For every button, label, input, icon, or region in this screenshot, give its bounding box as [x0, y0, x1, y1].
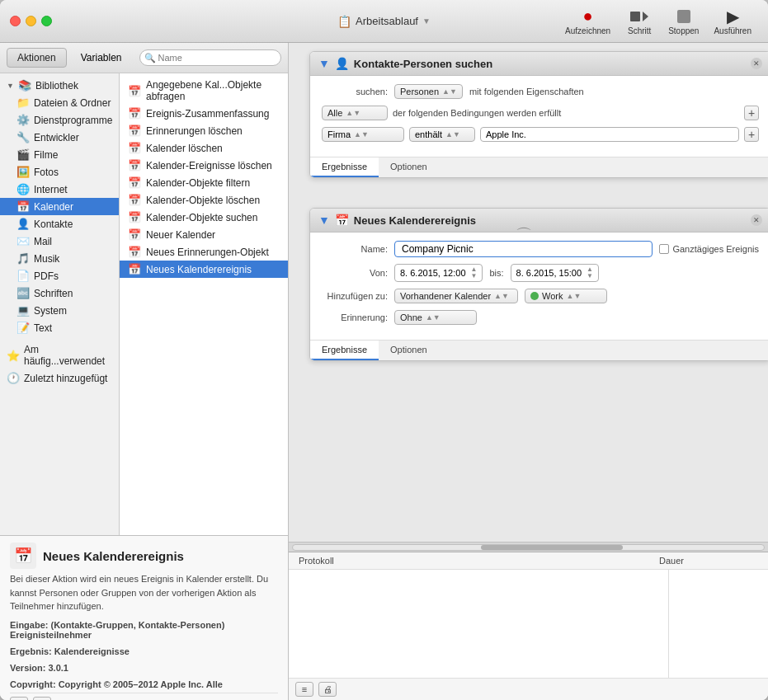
event-header-expand[interactable]: ▼ — [318, 214, 330, 227]
reminder-label: Erinnerung: — [322, 312, 388, 322]
contacts-header-expand[interactable]: ▼ — [318, 57, 330, 70]
folder-icon: 📁 — [16, 96, 30, 109]
action-calendar-icon: 📅 — [128, 124, 141, 137]
tree-item-haeufig[interactable]: ⭐ Am häufig...verwendet — [0, 341, 119, 369]
run-button[interactable]: ▶ Ausführen — [707, 4, 758, 39]
persons-select[interactable]: Personen ▲▼ — [394, 84, 463, 99]
tree-item-text[interactable]: 📝 Text — [0, 319, 119, 336]
event-card-close[interactable]: ✕ — [751, 214, 762, 226]
action-item[interactable]: 📅 Ereignis-Zusammenfassung — [120, 105, 288, 122]
font-icon: 🔤 — [16, 287, 30, 299]
field-chevron-icon: ▲▼ — [354, 130, 369, 139]
tab-options-event[interactable]: Optionen — [379, 341, 439, 360]
window-title: 📋 Arbeitsablauf ▼ — [337, 15, 431, 28]
scrollbar-thumb[interactable] — [481, 545, 622, 550]
library-icon: 📚 — [18, 79, 31, 92]
to-stepper-down[interactable]: ▼ — [587, 273, 593, 280]
calendar-type-value: Vorhandener Kalender — [400, 291, 491, 301]
action-calendar-icon: 📅 — [128, 246, 141, 258]
tree-item-filme[interactable]: 🎬 Filme — [0, 146, 119, 163]
titlebar: 📋 Arbeitsablauf ▼ ● Aufzeichnen Schritt — [0, 0, 768, 43]
protocol-btn-print[interactable]: 🖨 — [318, 682, 337, 697]
step-button[interactable]: Schritt — [619, 4, 660, 39]
tree-item-pdfs[interactable]: 📄 PDFs — [0, 267, 119, 284]
calendar-color-dot — [530, 292, 539, 300]
add-filter-button[interactable]: + — [744, 127, 759, 142]
action-item[interactable]: 📅 Kalender-Ereignisse löschen — [120, 157, 288, 174]
scrollbar-track[interactable] — [292, 544, 765, 551]
tree-item-mail[interactable]: ✉️ Mail — [0, 233, 119, 250]
to-stepper[interactable]: ▲ ▼ — [587, 266, 593, 280]
record-button[interactable]: ● Aufzeichnen — [558, 4, 617, 39]
library-tree: ▼ 📚 Bibliothek 📁 Dateien & Ordner ⚙️ Die… — [0, 73, 120, 535]
from-label: Von: — [322, 268, 388, 278]
tree-item-entwickler[interactable]: 🔧 Entwickler — [0, 129, 119, 146]
protocol-area: Protokoll Dauer ≡ 🖨 — [289, 552, 768, 700]
stop-button[interactable]: Stoppen — [662, 4, 705, 39]
action-item[interactable]: 📅 Kalender-Objekte löschen — [120, 191, 288, 209]
internet-icon: 🌐 — [16, 183, 30, 195]
close-button[interactable] — [10, 16, 21, 26]
tree-item-kontakte[interactable]: 👤 Kontakte — [0, 215, 119, 233]
tab-variables[interactable]: Variablen — [70, 48, 133, 68]
tree-item-musik[interactable]: 🎵 Musik — [0, 250, 119, 267]
svg-marker-1 — [643, 12, 648, 21]
calendar-type-select[interactable]: Vorhandener Kalender ▲▼ — [394, 289, 518, 303]
action-list: 📅 Angegebene Kal...Objekte abfragen 📅 Er… — [120, 73, 288, 535]
contacts-card-close[interactable]: ✕ — [751, 58, 762, 69]
from-datetime-field[interactable]: 8. 6.2015, 12:00 ▲ ▼ — [394, 264, 483, 282]
tab-actions[interactable]: Aktionen — [7, 48, 67, 68]
step-label: Schritt — [628, 26, 651, 35]
tab-options-contacts[interactable]: Optionen — [379, 157, 439, 177]
fullscreen-button[interactable] — [41, 16, 52, 26]
calendar-name-select[interactable]: Work ▲▼ — [525, 289, 607, 303]
settings-button[interactable]: ⚙ — [10, 697, 28, 701]
text-icon: 📝 — [16, 322, 30, 334]
desc-version: Version: 3.0.1 — [10, 663, 278, 673]
to-datetime-field[interactable]: 8. 6.2015, 15:00 ▲ ▼ — [511, 264, 599, 282]
event-card-header: ▼ 📅 Neues Kalenderereignis ✕ — [310, 209, 768, 233]
allday-checkbox-box — [659, 244, 669, 254]
tree-item-internet[interactable]: 🌐 Internet — [0, 181, 119, 198]
record-icon: ● — [577, 7, 600, 26]
tree-item-kalender[interactable]: 📅 Kalender — [0, 198, 119, 215]
filter-value-input[interactable] — [480, 127, 739, 142]
action-item[interactable]: 📅 Neues Erinnerungen-Objekt — [120, 243, 288, 261]
action-item[interactable]: 📅 Kalender löschen — [120, 139, 288, 157]
tree-item-fotos[interactable]: 🖼️ Fotos — [0, 163, 119, 181]
connector-arrow: ⌒ — [516, 224, 532, 247]
action-item[interactable]: 📅 Kalender-Objekte filtern — [120, 174, 288, 191]
desc-result-label: Ergebnis: Kalendereignisse — [10, 646, 130, 656]
minimize-button[interactable] — [26, 16, 36, 26]
horizontal-scrollbar[interactable] — [289, 542, 768, 552]
filter-op-select[interactable]: enthält ▲▼ — [409, 127, 475, 142]
tree-item-bibliothek[interactable]: ▼ 📚 Bibliothek — [0, 77, 119, 94]
tree-item-zuletzt[interactable]: 🕐 Zuletzt hinzugefügt — [0, 369, 119, 387]
add-condition-button[interactable]: + — [744, 106, 759, 120]
action-item[interactable]: 📅 Erinnerungen löschen — [120, 122, 288, 139]
chevron-down-button[interactable]: ▼ — [33, 697, 51, 701]
tree-item-dienst[interactable]: ⚙️ Dienstprogramme — [0, 111, 119, 129]
tree-item-dateien[interactable]: 📁 Dateien & Ordner — [0, 94, 119, 111]
protocol-btn-list[interactable]: ≡ — [295, 682, 313, 697]
tree-item-system[interactable]: 💻 System — [0, 302, 119, 319]
action-item[interactable]: 📅 Kalender-Objekte suchen — [120, 209, 288, 226]
action-calendar-icon: 📅 — [128, 176, 141, 189]
desc-version-label: Version: 3.0.1 — [10, 663, 68, 673]
reminder-select[interactable]: Ohne ▲▼ — [394, 310, 477, 325]
action-item[interactable]: 📅 Angegebene Kal...Objekte abfragen — [120, 77, 288, 105]
from-stepper[interactable]: ▲ ▼ — [471, 266, 478, 280]
action-calendar-icon: 📅 — [128, 85, 141, 97]
from-stepper-down[interactable]: ▼ — [471, 273, 478, 280]
allday-checkbox[interactable]: Ganztägiges Ereignis — [659, 244, 759, 254]
action-item[interactable]: 📅 Neuer Kalender — [120, 226, 288, 243]
persons-chevron-icon: ▲▼ — [442, 87, 457, 96]
filter-field-select[interactable]: Firma ▲▼ — [322, 127, 404, 142]
all-select[interactable]: Alle ▲▼ — [322, 106, 388, 120]
stop-label: Stoppen — [668, 26, 699, 35]
action-item-neues-kalender[interactable]: 📅 Neues Kalenderereignis — [120, 261, 288, 278]
tree-item-schriften[interactable]: 🔤 Schriften — [0, 284, 119, 302]
tab-results-contacts[interactable]: Ergebnisse — [310, 157, 379, 177]
search-input[interactable] — [139, 49, 281, 66]
tab-results-event[interactable]: Ergebnisse — [310, 341, 379, 360]
